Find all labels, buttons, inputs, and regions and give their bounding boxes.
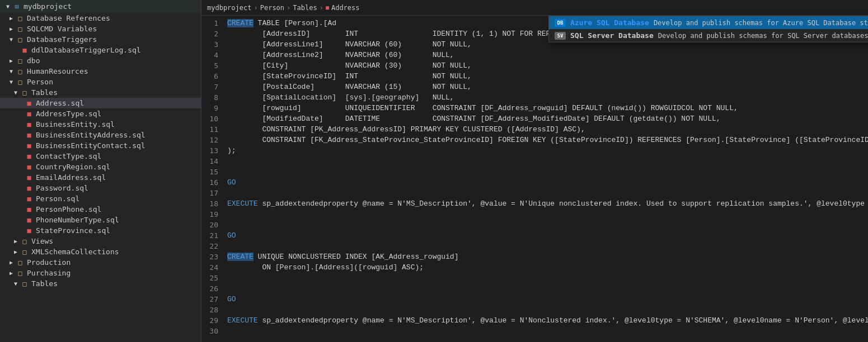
line-number-7: 7 (201, 82, 225, 92)
line-number-3: 3 (201, 39, 225, 50)
tree-label-10: BusinessEntity.sql (36, 120, 115, 129)
tree-icon-14: ■ (25, 163, 34, 171)
breadcrumb: mydbproject › Person › Tables › ■ Addres… (201, 0, 868, 16)
code-line-16: 16GO (201, 177, 868, 188)
sidebar-item-25[interactable]: ▼□Tables (0, 278, 201, 289)
sidebar-item-16[interactable]: ■Password.sql (0, 183, 201, 193)
line-number-5: 5 (201, 60, 225, 71)
sidebar-item-12[interactable]: ■BusinessEntityContact.sql (0, 140, 201, 151)
sidebar-item-8[interactable]: ■Address.sql (0, 98, 201, 108)
autocomplete-dropdown: DB Azure SQL Database Develop and publis… (548, 16, 868, 42)
code-line-17: 17 (201, 188, 868, 198)
tree-icon-3: ■ (20, 46, 29, 54)
sidebar-item-10[interactable]: ■BusinessEntity.sql (0, 119, 201, 130)
tree-icon-20: ■ (25, 227, 34, 235)
sidebar-item-5[interactable]: ▼□HumanResources (0, 66, 201, 77)
sidebar-item-11[interactable]: ■BusinessEntityAddress.sql (0, 130, 201, 140)
sidebar-item-24[interactable]: ▶□Purchasing (0, 268, 201, 278)
sidebar-item-17[interactable]: ■Person.sql (0, 193, 201, 204)
sidebar-item-2[interactable]: ▼□DatabaseTriggers (0, 34, 201, 45)
line-number-17: 17 (201, 188, 225, 198)
line-number-4: 4 (201, 50, 225, 60)
tree-label-23: Production (27, 258, 71, 267)
code-line-9: 9 [rowguid] UNIQUEIDENTIFIER CONSTRAINT … (201, 103, 868, 113)
line-content-24: ON [Person].[Address]([rowguid] ASC); (225, 262, 868, 273)
sidebar-item-20[interactable]: ■StateProvince.sql (0, 225, 201, 236)
breadcrumb-sep3: › (320, 4, 323, 12)
sidebar-item-0[interactable]: ▶□Database References (0, 13, 201, 23)
project-root[interactable]: ▼ ⊞ mydbproject (0, 0, 201, 13)
sidebar-item-3[interactable]: ■ddlDatabaseTriggerLog.sql (0, 45, 201, 55)
sidebar-item-14[interactable]: ■CountryRegion.sql (0, 162, 201, 172)
line-content-13: ); (225, 145, 868, 156)
tree-label-13: ContactType.sql (36, 152, 101, 160)
sidebar-item-22[interactable]: ▶□XMLSchemaCollections (0, 246, 201, 257)
line-number-14: 14 (201, 156, 225, 167)
sidebar-item-6[interactable]: ▼□Person (0, 77, 201, 87)
code-line-22: 22 (201, 241, 868, 251)
tree-label-14: CountryRegion.sql (36, 163, 110, 171)
sidebar-item-1[interactable]: ▶□SQLCMD Variables (0, 23, 201, 34)
breadcrumb-file: Address (331, 4, 360, 12)
tree-label-9: AddressType.sql (36, 110, 101, 118)
autocomplete-item-azure[interactable]: DB Azure SQL Database Develop and publis… (549, 16, 868, 29)
azure-db-title: Azure SQL Database (570, 18, 649, 27)
tree-icon-9: ■ (25, 110, 34, 118)
sidebar-item-21[interactable]: ▶□Views (0, 236, 201, 246)
tree-icon-0: □ (16, 15, 25, 22)
sidebar-item-7[interactable]: ▼□Tables (0, 87, 201, 98)
code-line-18: 18EXECUTE sp_addextendedproperty @name =… (201, 198, 868, 209)
tree-arrow-21: ▶ (11, 238, 20, 244)
line-number-6: 6 (201, 71, 225, 82)
sidebar-item-4[interactable]: ▶□dbo (0, 55, 201, 66)
sidebar-item-13[interactable]: ■ContactType.sql (0, 151, 201, 162)
code-line-21: 21GO (201, 230, 868, 241)
tree-icon-10: ■ (25, 121, 34, 129)
tree-arrow-7: ▼ (11, 89, 20, 96)
tree-label-0: Database References (27, 14, 110, 22)
line-number-26: 26 (201, 283, 225, 294)
breadcrumb-file-icon: ■ (326, 4, 329, 11)
code-editor[interactable]: 1CREATE TABLE [Person].[Ad2 [AddressID] … (201, 16, 868, 342)
tree-label-15: EmailAddress.sql (36, 173, 106, 182)
line-content-7: [PostalCode] NVARCHAR (15) NOT NULL, (225, 82, 868, 92)
tree-label-21: Views (31, 237, 53, 245)
line-content-27: GO (225, 294, 868, 305)
main-editor: mydbproject › Person › Tables › ■ Addres… (201, 0, 868, 342)
line-number-27: 27 (201, 294, 225, 305)
line-content-9: [rowguid] UNIQUEIDENTIFIER CONSTRAINT [D… (225, 103, 868, 113)
code-line-8: 8 [SpatialLocation] [sys].[geography] NU… (201, 92, 868, 103)
line-content-16: GO (225, 177, 868, 188)
code-line-12: 12 CONSTRAINT [FK_Address_StateProvince_… (201, 135, 868, 145)
sidebar-item-19[interactable]: ■PhoneNumberType.sql (0, 215, 201, 225)
sidebar-item-23[interactable]: ▶□Production (0, 257, 201, 268)
tree-label-16: Password.sql (36, 184, 88, 192)
tree-arrow-1: ▶ (7, 26, 16, 32)
sql-server-desc: Develop and publish schemas for SQL Serv… (658, 32, 868, 40)
tree-arrow-23: ▶ (7, 259, 16, 265)
code-line-26: 26 (201, 283, 868, 294)
tree-icon-7: □ (20, 89, 29, 97)
tree-arrow-0: ▶ (7, 15, 16, 21)
line-number-12: 12 (201, 135, 225, 145)
tree-icon-15: ■ (25, 174, 34, 182)
code-line-30: 30 (201, 326, 868, 336)
sidebar-item-9[interactable]: ■AddressType.sql (0, 108, 201, 119)
tree-label-24: Purchasing (27, 269, 71, 277)
tree-icon-25: □ (20, 280, 29, 288)
tree-arrow-2: ▼ (7, 36, 16, 42)
line-number-2: 2 (201, 28, 225, 39)
line-content-11: CONSTRAINT [PK_Address_AddressID] PRIMAR… (225, 124, 868, 135)
tree-arrow-6: ▼ (7, 79, 16, 85)
tree-icon-1: □ (16, 25, 25, 33)
tree-icon-24: □ (16, 269, 25, 277)
tree-icon-23: □ (16, 259, 25, 267)
tree-label-25: Tables (31, 279, 58, 288)
tree-label-6: Person (27, 78, 53, 86)
sidebar-item-15[interactable]: ■EmailAddress.sql (0, 172, 201, 183)
sql-server-title: SQL Server Database (570, 31, 654, 40)
line-number-8: 8 (201, 92, 225, 103)
autocomplete-item-server[interactable]: SV SQL Server Database Develop and publi… (549, 29, 868, 42)
sidebar-item-18[interactable]: ■PersonPhone.sql (0, 204, 201, 215)
breadcrumb-person: Person (260, 4, 284, 12)
